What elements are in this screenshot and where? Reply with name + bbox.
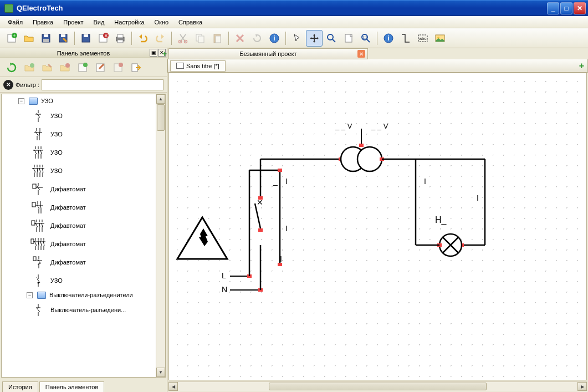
tree-folder-uzo[interactable]: − УЗО	[2, 95, 165, 106]
schematic-canvas[interactable]: L N ✕	[168, 73, 587, 380]
save-button[interactable]	[38, 30, 54, 47]
document-icon	[176, 63, 184, 69]
svg-text:abc: abc	[420, 36, 427, 41]
svg-line-53	[255, 203, 260, 228]
panel-newfolder-button[interactable]	[21, 59, 38, 76]
tree-item[interactable]: Выключатель-разъедени...	[2, 301, 165, 319]
filter-clear-icon[interactable]: ✕	[3, 80, 13, 90]
fit-tool[interactable]: 1:1	[357, 30, 374, 47]
print-button[interactable]	[112, 30, 129, 47]
menu-project[interactable]: Проект	[59, 17, 88, 27]
redo-button[interactable]	[152, 30, 168, 47]
panel-editfolder-button[interactable]	[39, 59, 55, 76]
pointer-tool[interactable]	[289, 30, 305, 47]
tree-item[interactable]: Дифавтомат	[2, 198, 165, 216]
tab-elements[interactable]: Панель элементов	[39, 381, 105, 392]
panel-editel-button[interactable]	[92, 59, 109, 76]
page-tool[interactable]	[340, 30, 357, 47]
rotate-button[interactable]	[249, 30, 265, 47]
svg-rect-44	[32, 221, 35, 225]
save2-button[interactable]	[78, 30, 94, 47]
window-close-button[interactable]: ✕	[574, 2, 586, 14]
project-tab-label: Безымянный проект	[239, 50, 296, 57]
add-project-icon[interactable]: +	[162, 49, 168, 58]
panel-refresh-button[interactable]	[3, 59, 20, 76]
switch-symbol[interactable]: ✕	[255, 159, 263, 290]
copy-button[interactable]	[192, 30, 208, 47]
element-symbol-icon	[29, 145, 47, 160]
menu-file[interactable]: Файл	[3, 17, 27, 27]
scroll-right-icon[interactable]: ▶	[577, 382, 587, 391]
menu-view[interactable]: Вид	[89, 17, 109, 27]
delete-button[interactable]	[232, 30, 248, 47]
document-tab[interactable]: Sans titre [*]	[170, 60, 226, 72]
image-tool[interactable]	[432, 30, 448, 47]
scroll-left-icon[interactable]: ◀	[168, 382, 178, 391]
window-titlebar: QElectroTech _ □ ✕	[0, 0, 588, 16]
menu-edit[interactable]: Правка	[28, 17, 58, 27]
cut-button[interactable]	[175, 30, 191, 47]
hscroll-thumb[interactable]	[269, 383, 487, 390]
elements-tree[interactable]: − УЗО УЗО УЗО УЗО УЗО Дифавтомат Дифавто…	[1, 94, 166, 378]
info2-button[interactable]: i	[380, 30, 397, 47]
paste-button[interactable]	[209, 30, 226, 47]
panel-detach-button[interactable]: ▣	[150, 49, 157, 57]
move-tool[interactable]	[306, 30, 323, 47]
window-minimize-button[interactable]: _	[547, 2, 559, 14]
new-button[interactable]: +	[3, 30, 20, 47]
close-project-tab-icon[interactable]: ✕	[357, 50, 365, 58]
panel-import-button[interactable]	[127, 59, 144, 76]
menu-help[interactable]: Справка	[174, 17, 207, 27]
tree-item[interactable]: УЗО	[2, 125, 165, 143]
svg-rect-5	[43, 39, 49, 42]
project-tab[interactable]: + Безымянный проект ✕	[168, 48, 368, 59]
warning-symbol[interactable]	[177, 217, 227, 259]
scroll-thumb[interactable]	[157, 104, 165, 131]
svg-rect-15	[117, 40, 123, 43]
schematic-drawing: L N ✕	[169, 73, 586, 380]
window-maximize-button[interactable]: □	[560, 2, 572, 14]
lamp-symbol[interactable]	[439, 234, 462, 256]
tree-item[interactable]: Дифавтомат	[2, 253, 165, 271]
svg-text:1:1: 1:1	[362, 35, 367, 39]
tree-item[interactable]: УЗО	[2, 161, 165, 180]
tree-item[interactable]: Дифавтомат	[2, 235, 165, 253]
tree-item[interactable]: УЗО	[2, 106, 165, 125]
panel-delel-button[interactable]	[110, 59, 126, 76]
filter-input[interactable]	[42, 79, 163, 90]
tree-item[interactable]: Дифавтомат	[2, 216, 165, 235]
scroll-up-icon[interactable]: ▲	[156, 94, 165, 104]
document-tab-label: Sans titre [*]	[186, 63, 219, 69]
filter-label: Фильтр :	[16, 82, 39, 88]
element-symbol-icon	[29, 200, 47, 215]
element-symbol-icon	[29, 218, 47, 233]
collapse-icon[interactable]: −	[18, 98, 24, 104]
tree-folder-switches[interactable]: − Выключатели-разъеденители	[2, 289, 165, 301]
label-I: I	[285, 224, 288, 233]
zoom-tool[interactable]	[323, 30, 340, 47]
panel-delfolder-button[interactable]	[57, 59, 73, 76]
save-as-button[interactable]	[55, 30, 71, 47]
svg-text:i: i	[387, 34, 389, 42]
scroll-down-icon[interactable]: ▼	[156, 368, 165, 377]
info-button[interactable]: i	[266, 30, 283, 47]
menu-settings[interactable]: Настройка	[110, 17, 149, 27]
canvas-hscroll[interactable]: ◀ ▶	[168, 381, 587, 391]
tab-history[interactable]: История	[2, 381, 38, 392]
add-document-tab-icon[interactable]: +	[579, 61, 584, 71]
tree-item[interactable]: УЗО	[2, 271, 165, 289]
close-doc-button[interactable]: ✕	[95, 30, 111, 47]
tree-scrollbar[interactable]: ▲ ▼	[156, 94, 165, 377]
open-button[interactable]	[21, 30, 37, 47]
tree-item[interactable]: Дифавтомат	[2, 180, 165, 198]
undo-button[interactable]	[135, 30, 151, 47]
transformer-symbol[interactable]	[341, 129, 382, 171]
tree-item[interactable]: УЗО	[2, 143, 165, 161]
panel-newel-button[interactable]	[74, 59, 91, 76]
folder-label: Выключатели-разъеденители	[49, 292, 133, 298]
menu-window[interactable]: Окно	[150, 17, 173, 27]
window-title: QElectroTech	[16, 4, 547, 12]
collapse-icon[interactable]: −	[27, 292, 33, 298]
text-tool[interactable]: abc	[415, 30, 431, 47]
wire-tool[interactable]	[397, 30, 414, 47]
